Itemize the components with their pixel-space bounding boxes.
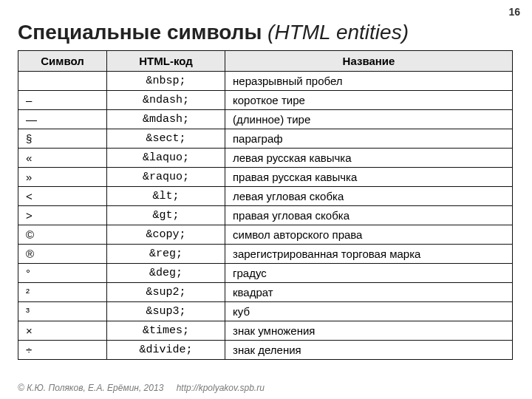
cell-code: &reg;	[107, 245, 225, 264]
cell-symbol: <	[18, 187, 107, 206]
cell-name: куб	[225, 302, 513, 321]
slide-title-subtitle: (HTML entities)	[267, 21, 409, 44]
cell-code: &lt;	[107, 187, 225, 206]
cell-name: зарегистрированная торговая марка	[225, 245, 513, 264]
cell-name: символ авторского права	[225, 225, 513, 245]
cell-name: правая русская кавычка	[225, 168, 513, 187]
slide-title: Специальные символы (HTML entities)	[0, 0, 532, 50]
cell-name: неразрывный пробел	[225, 72, 513, 91]
table-row: °&deg;градус	[18, 264, 513, 283]
cell-symbol: ®	[18, 245, 107, 264]
cell-name: квадрат	[225, 283, 513, 302]
table-row: &nbsp;неразрывный пробел	[18, 72, 513, 91]
footer-copyright: © К.Ю. Поляков, Е.А. Ерёмин, 2013	[18, 383, 163, 393]
table-row: ÷&divide;знак деления	[18, 341, 513, 360]
table-row: «&laquo;левая русская кавычка	[18, 149, 513, 168]
cell-name: правая угловая скобка	[225, 206, 513, 225]
header-row: Символ HTML-код Название	[18, 51, 513, 72]
table-row: ×&times;знак умножения	[18, 321, 513, 341]
page-number: 16	[508, 6, 520, 18]
cell-code: &deg;	[107, 264, 225, 283]
cell-code: &copy;	[107, 225, 225, 245]
cell-code: &nbsp;	[107, 72, 225, 91]
cell-code: &divide;	[107, 341, 225, 360]
cell-name: знак умножения	[225, 321, 513, 341]
cell-code: &times;	[107, 321, 225, 341]
cell-symbol: °	[18, 264, 107, 283]
cell-symbol: »	[18, 168, 107, 187]
cell-symbol: —	[18, 110, 107, 129]
table-row: —&mdash;(длинное) тире	[18, 110, 513, 129]
header-name: Название	[225, 51, 513, 72]
cell-name: градус	[225, 264, 513, 283]
cell-symbol: >	[18, 206, 107, 225]
cell-code: &ndash;	[107, 91, 225, 110]
header-code: HTML-код	[107, 51, 225, 72]
table-row: ³&sup3;куб	[18, 302, 513, 321]
table-row: ©&copy;символ авторского права	[18, 225, 513, 245]
cell-name: короткое тире	[225, 91, 513, 110]
cell-symbol: ²	[18, 283, 107, 302]
cell-code: &sup2;	[107, 283, 225, 302]
slide-title-main: Специальные символы	[18, 21, 262, 44]
cell-code: &sect;	[107, 129, 225, 149]
cell-symbol: «	[18, 149, 107, 168]
table-row: ²&sup2;квадрат	[18, 283, 513, 302]
cell-symbol: ×	[18, 321, 107, 341]
cell-code: &gt;	[107, 206, 225, 225]
cell-symbol: §	[18, 129, 107, 149]
cell-code: &sup3;	[107, 302, 225, 321]
cell-symbol: ÷	[18, 341, 107, 360]
table-row: »&raquo;правая русская кавычка	[18, 168, 513, 187]
table-row: <&lt;левая угловая скобка	[18, 187, 513, 206]
cell-name: левая угловая скобка	[225, 187, 513, 206]
footer: © К.Ю. Поляков, Е.А. Ерёмин, 2013 http:/…	[18, 383, 265, 393]
cell-name: (длинное) тире	[225, 110, 513, 129]
cell-name: левая русская кавычка	[225, 149, 513, 168]
cell-symbol: –	[18, 91, 107, 110]
entities-table: Символ HTML-код Название &nbsp;неразрывн…	[18, 50, 513, 360]
cell-code: &laquo;	[107, 149, 225, 168]
header-symbol: Символ	[18, 51, 107, 72]
cell-symbol: ©	[18, 225, 107, 245]
table-row: >&gt;правая угловая скобка	[18, 206, 513, 225]
table-row: ®&reg;зарегистрированная торговая марка	[18, 245, 513, 264]
cell-symbol: ³	[18, 302, 107, 321]
table-row: –&ndash;короткое тире	[18, 91, 513, 110]
cell-code: &mdash;	[107, 110, 225, 129]
table-row: §&sect;параграф	[18, 129, 513, 149]
cell-name: параграф	[225, 129, 513, 149]
cell-symbol	[18, 72, 107, 91]
cell-code: &raquo;	[107, 168, 225, 187]
footer-url: http://kpolyakov.spb.ru	[177, 383, 265, 393]
cell-name: знак деления	[225, 341, 513, 360]
